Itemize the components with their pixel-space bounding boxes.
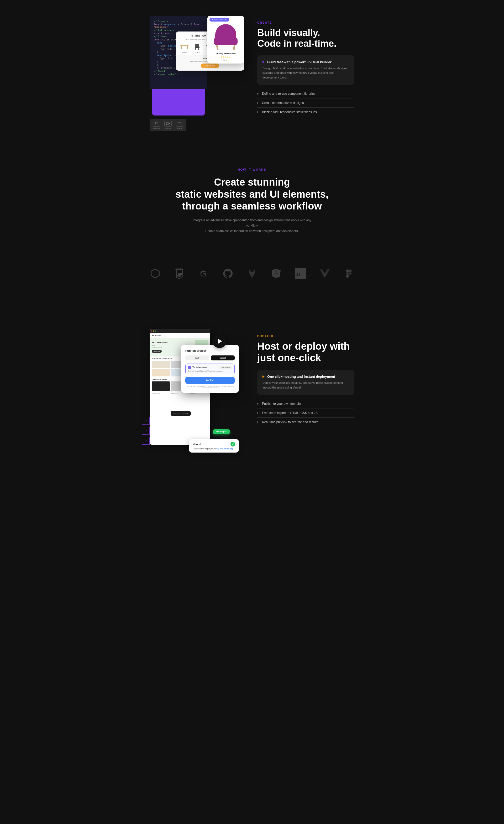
how-label: HOW IT WORKS	[149, 168, 355, 171]
iframe-label: Iframe	[177, 127, 182, 129]
svg-rect-1	[181, 46, 182, 49]
angular-icon	[271, 268, 282, 279]
feature-item-export: Free code export to HTML, CSS and JS	[257, 408, 355, 417]
feature-card-visual-builder: Build fast with a powerful visual builde…	[257, 56, 355, 85]
google-icon	[198, 268, 209, 279]
vercel-logo: Vercel	[193, 442, 201, 446]
section-build: // Imports import mongoose, { Schema } f…	[139, 0, 365, 147]
option-title: Vercel account	[192, 366, 207, 368]
desks-label: Desks	[179, 51, 190, 53]
tech-logos-row: JS JS	[139, 254, 365, 292]
publish-project-popup: Publish project Web Vercel Vercel accoun…	[181, 345, 239, 393]
svg-rect-25	[349, 269, 352, 272]
trending-desc-1: Pendant Lamp	[152, 393, 170, 394]
feature-text: Create content driven designs	[262, 101, 304, 105]
how-description: Integrate an advanced developer-centric …	[189, 218, 315, 234]
html5-icon	[174, 268, 185, 279]
product-badge: ✦✦ Product Card	[209, 18, 229, 21]
javascript-icon: JS	[295, 268, 306, 279]
bullet-icon	[257, 102, 259, 104]
vercel-checkbox[interactable]	[188, 366, 191, 369]
svg-rect-18	[167, 123, 169, 125]
publish-popup-title: Publish project	[185, 349, 235, 352]
arrow-icon-1: ↗	[142, 417, 149, 425]
explore-btn[interactable]: Explore now	[201, 64, 219, 68]
min-dot	[153, 330, 154, 331]
feature-item-static: Blazing-fast, responsive static websites	[257, 107, 355, 117]
section-publish-left: ↗ ↗ ↗ ↗ ↗ ↗ NOBILLIO	[149, 329, 247, 460]
video-icon	[164, 121, 172, 126]
tab-vercel[interactable]: Vercel	[211, 355, 235, 360]
product-name: Luxury Valvet Chair	[210, 53, 241, 55]
play-icon	[263, 61, 265, 63]
build-title: Build visually. Code in real-time.	[257, 27, 355, 49]
card-title: One click-hosting and instant deployment	[267, 375, 335, 379]
svg-text:JS: JS	[296, 272, 301, 277]
how-title: Create stunning static websites and UI e…	[168, 176, 336, 212]
vercel-card-header: Vercel ✓	[193, 442, 235, 446]
image-icon	[153, 121, 160, 126]
svg-rect-5	[195, 48, 196, 50]
vercel-success-card: Vercel ✓ Successfully deployed to my-sit…	[189, 439, 239, 452]
section-how-it-works: HOW IT WORKS Create stunning static webs…	[139, 147, 365, 254]
play-icon-orange	[263, 375, 265, 378]
bullet-icon	[257, 412, 259, 414]
element-toolbar: Image (I) Video (V) Iframe	[149, 119, 186, 131]
category-desks: Desks	[179, 43, 190, 53]
spacer-1	[139, 292, 365, 308]
developer-badge: Developer	[213, 429, 230, 434]
grid-item-1	[152, 361, 170, 368]
section-publish: ↗ ↗ ↗ ↗ ↗ ↗ NOBILLIO	[139, 308, 365, 476]
close-dot	[151, 330, 152, 331]
feature-text: Real-time preview to see the end results	[262, 420, 318, 424]
product-stars: ★★★★★	[210, 56, 241, 58]
publish-title: Host or deploy with just one-click	[257, 341, 355, 364]
product-chair-illustration	[210, 21, 241, 50]
arrow-icon-3: ↗	[142, 427, 149, 435]
iframe-icon	[176, 121, 183, 126]
hero-title: YELLOWSTONE	[152, 341, 193, 344]
setup-token-btn[interactable]: Set up token	[220, 366, 232, 369]
figma-icon	[343, 268, 355, 279]
publish-label: PUBLISH	[257, 334, 355, 337]
publish-button[interactable]: Publish	[185, 377, 235, 384]
vercel-link[interactable]: my-site.vercel.app	[216, 447, 233, 450]
toolbar-iframe[interactable]: Iframe	[176, 121, 183, 129]
section-build-right: CREATE Build visually. Code in real-time…	[257, 16, 355, 117]
create-label: CREATE	[257, 21, 355, 24]
product-card-body: Luxury Valvet Chair ★★★★★ $120	[207, 50, 244, 64]
trending-item-1	[152, 382, 170, 391]
gitlab-icon	[246, 268, 258, 279]
product-card-popup: ✦✦ Product Card Luxury Valvet Chair ★★★★…	[207, 16, 244, 64]
github-icon	[222, 268, 233, 279]
card-title: Build fast with a powerful visual builde…	[267, 60, 331, 64]
arrow-icon-5: ↗	[142, 437, 149, 445]
tab-web[interactable]: Web	[185, 355, 209, 360]
toolbar-image[interactable]: Image (I)	[153, 121, 160, 129]
svg-rect-27	[346, 275, 349, 278]
bullet-icon	[257, 421, 259, 423]
brand-name: NOBILLIO	[152, 334, 162, 336]
feature-text: Blazing-fast, responsive static websites	[262, 110, 317, 114]
deploy-button[interactable]	[213, 334, 226, 348]
chairs-label: Chairs	[192, 51, 203, 53]
svg-point-28	[349, 272, 352, 275]
feature-text: Define and re-use component libraries	[262, 92, 315, 96]
nodejs-icon: JS	[149, 268, 161, 279]
feature-item-content: Create content driven designs	[257, 98, 355, 107]
svg-rect-4	[195, 46, 200, 48]
publish-note: This site is protected by reCAPTCHA and …	[185, 385, 235, 389]
hero-btn[interactable]: Shop now	[152, 350, 162, 353]
feature-card-hosting: One click-hosting and instant deployment…	[257, 370, 355, 395]
category-chairs: Chairs	[192, 43, 203, 53]
svg-rect-24	[346, 269, 349, 272]
vuejs-icon	[319, 268, 330, 279]
bottom-spacer	[139, 476, 365, 492]
card-header: Build fast with a powerful visual builde…	[263, 60, 349, 64]
toolbar-video[interactable]: Video (V)	[164, 121, 172, 129]
bullet-icon	[257, 93, 259, 95]
image-label: Image (I)	[153, 127, 160, 129]
vercel-option: Vercel account Set up token Publish stra…	[185, 364, 235, 374]
feature-item-preview: Real-time preview to see the end results	[257, 417, 355, 427]
section-build-left: // Imports import mongoose, { Schema } f…	[149, 16, 247, 126]
